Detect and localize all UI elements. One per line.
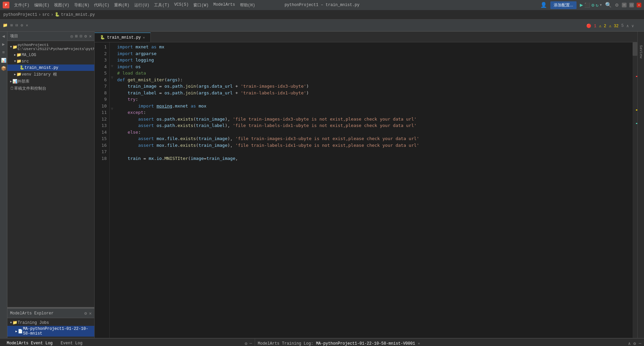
error-count[interactable]: 🔴 1 bbox=[586, 24, 596, 29]
tree-item-trainmnist[interactable]: 🐍 train_mnist.py bbox=[7, 64, 94, 71]
vtab-4[interactable]: 📊 bbox=[0, 57, 7, 64]
info-count[interactable]: ⚠ 32 bbox=[609, 24, 618, 29]
extlib-icon: 📊 bbox=[12, 79, 17, 84]
breadcrumb-src[interactable]: src bbox=[42, 12, 50, 17]
collapse-errors-icon[interactable]: ∨ bbox=[632, 24, 634, 29]
fold-11[interactable]: ▽ bbox=[110, 106, 114, 111]
folder-icon-root: 📁 bbox=[12, 45, 17, 50]
left-vertical-tabs: ◀ ▶ ≡ 📊 📦 bbox=[0, 32, 7, 338]
file-tree: ▼ 📁 pythonProject1 C:\Users\25122\Pychar… bbox=[7, 41, 94, 307]
event-log-tab[interactable]: ModelArts Event Log bbox=[3, 340, 57, 346]
menu-edit[interactable]: 编辑(E) bbox=[32, 2, 52, 9]
tree-label-src: src bbox=[21, 59, 29, 64]
menu-file[interactable]: 文件(F) bbox=[12, 2, 32, 9]
tree-arrow-venv: ▶ bbox=[14, 73, 16, 76]
toolbar-collapse-icon[interactable]: ⊟ bbox=[15, 23, 18, 28]
run-dropdown[interactable]: ▼ bbox=[600, 3, 602, 7]
fold-16 bbox=[110, 137, 114, 144]
code-content[interactable]: import mxnet as mx import argparse impor… bbox=[114, 42, 633, 338]
tree-item-venv[interactable]: ▶ 📁 venv library 根 bbox=[7, 71, 94, 78]
rvtab-saview[interactable]: SaView bbox=[639, 45, 643, 58]
sidebar-close-icon[interactable]: ✕ bbox=[89, 34, 92, 39]
ln-2: 2 bbox=[95, 50, 107, 57]
code-line-10: import moxing.mxnet as mox bbox=[117, 103, 630, 110]
menu-modelarts[interactable]: ModelArts bbox=[211, 2, 237, 9]
sidebar-header: 项目 ◎ ⊞ ⊟ ⚙ ✕ bbox=[7, 32, 94, 41]
breadcrumb-file[interactable]: train_mnist.py bbox=[61, 12, 95, 17]
refresh-button[interactable]: ↻ bbox=[596, 2, 598, 8]
event-log-panel: ModelArts Event Log Event Log ⚙ ─ 2022/0… bbox=[0, 339, 255, 346]
editor-tab-trainmnist[interactable]: 🐍 train_mnist.py ✕ bbox=[95, 33, 151, 42]
vtab-1[interactable]: ◀ bbox=[0, 33, 7, 40]
settings-icon[interactable]: ⚙ bbox=[615, 2, 618, 8]
ln-6: 6 bbox=[95, 77, 107, 83]
tree-item-root[interactable]: ▼ 📁 pythonProject1 C:\Users\25122\Pychar… bbox=[7, 42, 94, 52]
warning-count[interactable]: ⚠ 2 bbox=[599, 24, 606, 29]
menu-code[interactable]: 代码(C) bbox=[92, 2, 111, 9]
fold-14 bbox=[110, 124, 114, 131]
vtab-3[interactable]: ≡ bbox=[0, 49, 7, 56]
profile-icon[interactable]: 👤 bbox=[540, 2, 547, 8]
training-log-settings-icon[interactable]: ⚙ bbox=[633, 341, 636, 346]
ma-training-jobs[interactable]: ▼ 📁 Training Jobs bbox=[7, 319, 94, 326]
scrollbar-thumb bbox=[633, 42, 637, 56]
vtab-2[interactable]: ▶ bbox=[0, 41, 7, 48]
toolbar-settings-icon[interactable]: ⚙ bbox=[20, 23, 23, 28]
editor-scrollbar[interactable] bbox=[633, 42, 637, 338]
expand-errors-icon[interactable]: ∧ bbox=[627, 24, 629, 29]
event-log-tab-2[interactable]: Event Log bbox=[57, 340, 87, 346]
menu-tools[interactable]: 工具(T) bbox=[152, 2, 171, 9]
menu-help[interactable]: 帮助(H) bbox=[238, 2, 257, 9]
menu-refactor[interactable]: 重构(R) bbox=[112, 2, 132, 9]
tree-label-malog: MA_LOG bbox=[21, 53, 36, 57]
ln-15: 15 bbox=[95, 135, 107, 142]
fold-7 bbox=[110, 80, 114, 87]
toolbar-close-icon[interactable]: ✕ bbox=[26, 23, 28, 28]
training-log-minimize-icon[interactable]: ─ bbox=[639, 341, 641, 346]
coverage-button[interactable]: ⚙ bbox=[591, 2, 594, 8]
menu-window[interactable]: 窗口(W) bbox=[191, 2, 211, 9]
event-log-settings-icon[interactable]: ⚙ bbox=[245, 341, 247, 346]
search-icon[interactable]: 🔍 bbox=[605, 2, 612, 8]
ma-job-item[interactable]: ▶ 📄 MA-pythonProject1-01-22-10-58-mnist bbox=[7, 326, 94, 337]
menu-vcs[interactable]: VCS(S) bbox=[172, 2, 191, 9]
bottom-panel: ModelArts Event Log Event Log ⚙ ─ 2022/0… bbox=[0, 338, 644, 346]
tree-item-src[interactable]: ▼ 📁 src bbox=[7, 58, 94, 64]
tree-item-scratch[interactable]: 🗒 草稿文件和控制台 bbox=[7, 85, 94, 92]
menu-view[interactable]: 视图(V) bbox=[52, 2, 71, 9]
ma-settings-icon[interactable]: ⚙ bbox=[84, 311, 87, 316]
toolbar-expand-icon[interactable]: ⊞ bbox=[10, 23, 13, 28]
tree-item-malog[interactable]: ▶ 📁 MA_LOG bbox=[7, 52, 94, 58]
event-log-minimize-icon[interactable]: ─ bbox=[249, 341, 252, 346]
maximize-button[interactable]: □ bbox=[629, 3, 634, 7]
run-button[interactable]: ▶ bbox=[580, 2, 583, 8]
fold-6[interactable]: ▽ bbox=[110, 75, 114, 80]
close-button[interactable]: ✕ bbox=[637, 3, 641, 7]
menu-navigate[interactable]: 导航(N) bbox=[72, 2, 92, 9]
training-log-tab-name[interactable]: MA-pythonProject1-01-22-10-58-mnist-V000… bbox=[316, 341, 415, 346]
error-mark-1 bbox=[636, 76, 637, 77]
editor-area: 🐍 train_mnist.py ✕ 🔴 1 ⚠ 2 ⚠ 32 5 ∧ ∨ 1 … bbox=[95, 32, 637, 338]
add-config-button[interactable]: 添加配置... bbox=[550, 1, 577, 9]
sidebar-scope-icon[interactable]: ◎ bbox=[70, 34, 73, 39]
ma-job-arrow: ▶ bbox=[15, 330, 17, 333]
sidebar-settings-icon[interactable]: ⚙ bbox=[84, 34, 87, 39]
fold-18 bbox=[110, 150, 114, 157]
sidebar-collapse-all-icon[interactable]: ⊟ bbox=[80, 34, 83, 39]
menu-run[interactable]: 运行(U) bbox=[132, 2, 152, 9]
tab-bar: 🐍 train_mnist.py ✕ 🔴 1 ⚠ 2 ⚠ 32 5 ∧ ∨ bbox=[95, 32, 637, 42]
training-log-close-tab[interactable]: ✕ bbox=[418, 341, 420, 346]
ma-close-icon[interactable]: ✕ bbox=[89, 311, 92, 316]
fold-4[interactable]: ▽ bbox=[110, 63, 114, 69]
breadcrumb-project[interactable]: pythonProject1 bbox=[3, 12, 37, 17]
ln-12: 12 bbox=[95, 116, 107, 123]
tab-close-button[interactable]: ✕ bbox=[143, 36, 145, 40]
minimize-button[interactable]: ─ bbox=[622, 3, 627, 7]
sidebar-expand-all-icon[interactable]: ⊞ bbox=[75, 34, 78, 39]
debug-button[interactable]: ⬛ bbox=[584, 2, 590, 8]
vtab-5[interactable]: 📦 bbox=[0, 65, 7, 72]
code-line-14: else: bbox=[117, 129, 630, 136]
tree-item-extlib[interactable]: ▶ 📊 外部库 bbox=[7, 78, 94, 85]
window-title: pythonProject1 – train_mnist.py bbox=[285, 3, 359, 7]
training-log-expand-icon[interactable]: ∧ bbox=[628, 341, 631, 346]
